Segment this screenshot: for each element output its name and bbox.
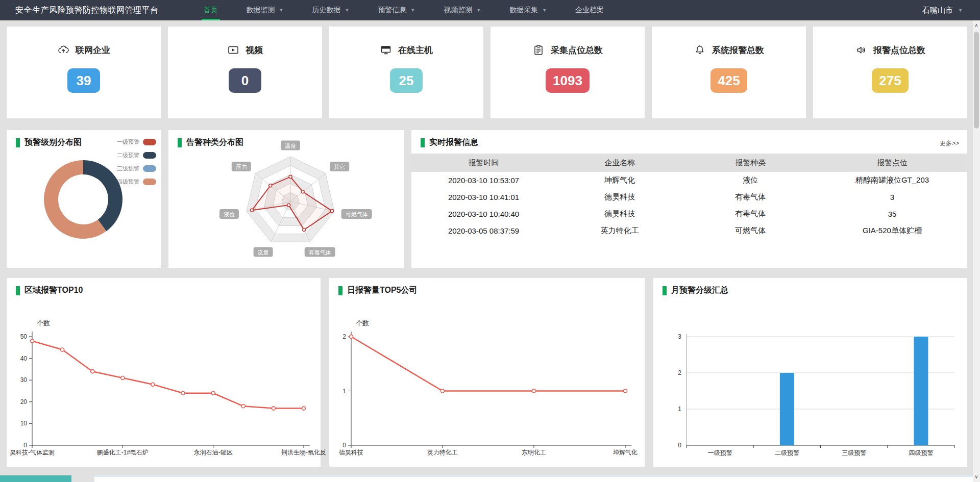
nav-item-label: 预警信息 bbox=[378, 6, 406, 15]
svg-text:其它: 其它 bbox=[334, 164, 345, 170]
svg-text:10: 10 bbox=[20, 420, 28, 427]
svg-text:鹏盛化工-1#电石炉: 鹏盛化工-1#电石炉 bbox=[97, 449, 149, 456]
nav-item-label: 企业档案 bbox=[575, 6, 604, 15]
footer-next-section bbox=[94, 475, 973, 482]
svg-text:个数: 个数 bbox=[356, 319, 369, 327]
table-row[interactable]: 2020-03-10 10:40:40德昊科技有毒气体35 bbox=[411, 206, 967, 222]
svg-text:三级预警: 三级预警 bbox=[842, 449, 866, 456]
radar-axis-label: 有毒气体 bbox=[305, 247, 335, 257]
svg-text:坤辉气化: 坤辉气化 bbox=[613, 449, 638, 456]
table-cell: 液位 bbox=[684, 172, 817, 189]
svg-text:1: 1 bbox=[678, 405, 681, 413]
svg-text:液位: 液位 bbox=[224, 211, 235, 217]
nav-item-6[interactable]: 企业档案 bbox=[573, 0, 606, 20]
svg-text:昊科技-气体监测: 昊科技-气体监测 bbox=[10, 449, 55, 456]
svg-text:1: 1 bbox=[342, 388, 346, 395]
stat-card-label: 系统报警总数 bbox=[712, 44, 764, 56]
cloud-upload-icon bbox=[57, 44, 69, 56]
svg-text:2: 2 bbox=[678, 369, 681, 376]
video-play-icon bbox=[227, 44, 239, 56]
nav-item-1[interactable]: 数据监测▼ bbox=[244, 0, 286, 20]
footer-teal-block bbox=[0, 475, 71, 482]
stat-card-label: 联网企业 bbox=[76, 44, 110, 56]
nav-item-label: 历史数据 bbox=[312, 6, 340, 15]
svg-text:荆洪生物-氧化反: 荆洪生物-氧化反 bbox=[281, 449, 326, 456]
monthly-summary-bar-chart: 0123一级预警二级预警三级预警四级预警 bbox=[653, 278, 967, 467]
svg-text:四级预警: 四级预警 bbox=[909, 449, 933, 456]
stat-card-value: 1093 bbox=[546, 68, 590, 93]
stat-card-value: 425 bbox=[710, 68, 747, 93]
svg-text:二级预警: 二级预警 bbox=[775, 449, 799, 456]
legend-item[interactable]: 一级预警 bbox=[117, 138, 156, 146]
scrollbar-thumb[interactable] bbox=[974, 32, 979, 129]
table-cell: GIA-520单体贮槽 bbox=[817, 222, 967, 239]
bar-二级预警 bbox=[780, 373, 794, 445]
radar-axis-label: 液位 bbox=[219, 209, 239, 219]
panel-warning-level: 预警级别分布图 一级预警二级预警三级预警四级预警 bbox=[7, 130, 161, 268]
panel-realtime-alarms: 实时报警信息 更多>> 报警时间企业名称报警种类报警点位 2020-03-10 … bbox=[411, 130, 967, 268]
panel-title-text: 实时报警信息 bbox=[429, 137, 478, 148]
stat-card-4: 系统报警总数425 bbox=[652, 27, 806, 118]
nav-item-3[interactable]: 预警信息▼ bbox=[376, 0, 417, 20]
legend-swatch bbox=[143, 139, 156, 145]
table-cell: 35 bbox=[817, 206, 967, 222]
svg-text:英力特化工: 英力特化工 bbox=[427, 449, 458, 456]
svg-text:3: 3 bbox=[678, 333, 681, 340]
table-cell: 3 bbox=[817, 189, 967, 206]
svg-text:德昊科技: 德昊科技 bbox=[339, 449, 363, 456]
scroll-up-icon[interactable]: ∧ bbox=[973, 21, 980, 30]
stat-cards-row: 联网企业39视频0在线主机25采集点位总数1093系统报警总数425报警点位总数… bbox=[7, 27, 967, 118]
panel-monthly-summary: 月预警分级汇总 0123一级预警二级预警三级预警四级预警 bbox=[653, 278, 967, 467]
radar-axis-label: 流量 bbox=[254, 247, 273, 257]
table-row[interactable]: 2020-03-10 10:41:01德昊科技有毒气体3 bbox=[411, 189, 967, 206]
region-selector[interactable]: 石嘴山市 ▼ bbox=[922, 6, 963, 15]
nav-item-label: 数据采集 bbox=[509, 6, 538, 15]
table-cell: 有毒气体 bbox=[684, 206, 817, 222]
table-cell: 英力特化工 bbox=[556, 222, 683, 239]
table-row[interactable]: 2020-03-10 10:53:07坤辉气化液位精醇南罐液位GT_203 bbox=[411, 172, 967, 189]
svg-text:0: 0 bbox=[342, 442, 346, 449]
table-cell: 2020-03-10 10:53:07 bbox=[411, 172, 556, 189]
nav-item-2[interactable]: 历史数据▼ bbox=[310, 0, 351, 20]
column-header: 报警时间 bbox=[411, 154, 556, 172]
stat-card-label: 报警点位总数 bbox=[873, 44, 925, 56]
panel-region-top10: 区域报警TOP10 01020304050个数昊科技-气体监测鹏盛化工-1#电石… bbox=[7, 278, 321, 467]
radar-axis-label: 其它 bbox=[330, 162, 349, 171]
speaker-icon bbox=[855, 44, 867, 56]
stat-card-value: 275 bbox=[872, 68, 908, 93]
chevron-down-icon: ▼ bbox=[476, 8, 481, 13]
scrollbar[interactable]: ∧ ∨ bbox=[973, 20, 980, 482]
stat-card-0: 联网企业39 bbox=[7, 27, 161, 118]
app-title: 安全生产风险预警防控物联网管理平台 bbox=[15, 5, 159, 16]
svg-text:0: 0 bbox=[23, 442, 27, 449]
svg-text:永润石油-罐区: 永润石油-罐区 bbox=[194, 449, 233, 456]
nav-item-5[interactable]: 数据采集▼ bbox=[507, 0, 549, 20]
nav-item-4[interactable]: 视频监测▼ bbox=[442, 0, 483, 20]
svg-text:一级预警: 一级预警 bbox=[708, 449, 732, 456]
stat-card-2: 在线主机25 bbox=[329, 27, 483, 118]
nav-item-0[interactable]: 首页 bbox=[202, 0, 220, 20]
svg-text:东明化工: 东明化工 bbox=[522, 449, 546, 456]
region-label: 石嘴山市 bbox=[922, 6, 953, 15]
table-row[interactable]: 2020-03-05 08:37:59英力特化工可燃气体GIA-520单体贮槽 bbox=[411, 222, 967, 239]
scroll-down-icon[interactable]: ∨ bbox=[973, 473, 980, 481]
legend-label: 一级预警 bbox=[117, 138, 139, 146]
stat-card-label: 采集点位总数 bbox=[551, 44, 603, 56]
stat-card-label: 视频 bbox=[246, 44, 263, 56]
realtime-alarm-table: 报警时间企业名称报警种类报警点位 2020-03-10 10:53:07坤辉气化… bbox=[411, 154, 967, 239]
table-cell: 可燃气体 bbox=[684, 222, 817, 239]
more-link[interactable]: 更多>> bbox=[940, 139, 959, 148]
top-nav: 安全生产风险预警防控物联网管理平台 首页数据监测▼历史数据▼预警信息▼视频监测▼… bbox=[0, 0, 980, 20]
svg-text:0: 0 bbox=[678, 442, 681, 449]
table-cell: 精醇南罐液位GT_203 bbox=[817, 172, 967, 189]
svg-text:压力: 压力 bbox=[236, 164, 247, 170]
nav-item-label: 首页 bbox=[204, 6, 218, 15]
svg-text:20: 20 bbox=[20, 398, 28, 405]
nav-item-label: 视频监测 bbox=[444, 6, 472, 15]
monitor-icon bbox=[380, 44, 392, 56]
svg-text:50: 50 bbox=[20, 333, 28, 340]
radar-axis-label: 可燃气体 bbox=[341, 209, 372, 219]
table-cell: 德昊科技 bbox=[556, 206, 683, 222]
panel-title-text: 预警级别分布图 bbox=[24, 137, 82, 148]
title-marker bbox=[421, 138, 425, 147]
